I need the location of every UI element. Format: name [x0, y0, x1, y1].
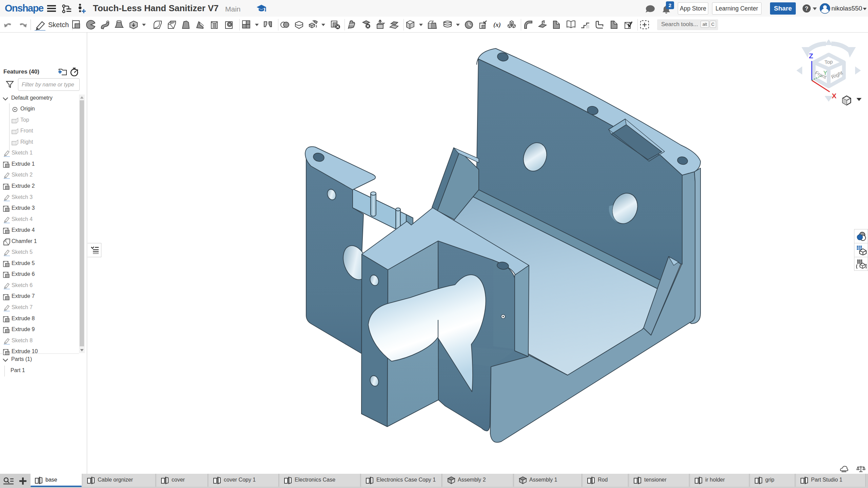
- svg-text:(x): (x): [493, 21, 501, 28]
- svg-text:?: ?: [805, 5, 808, 12]
- svg-text:Y: Y: [823, 70, 827, 76]
- svg-text:Top: Top: [824, 59, 833, 65]
- svg-text:Z: Z: [809, 52, 813, 60]
- svg-text:X: X: [832, 92, 836, 100]
